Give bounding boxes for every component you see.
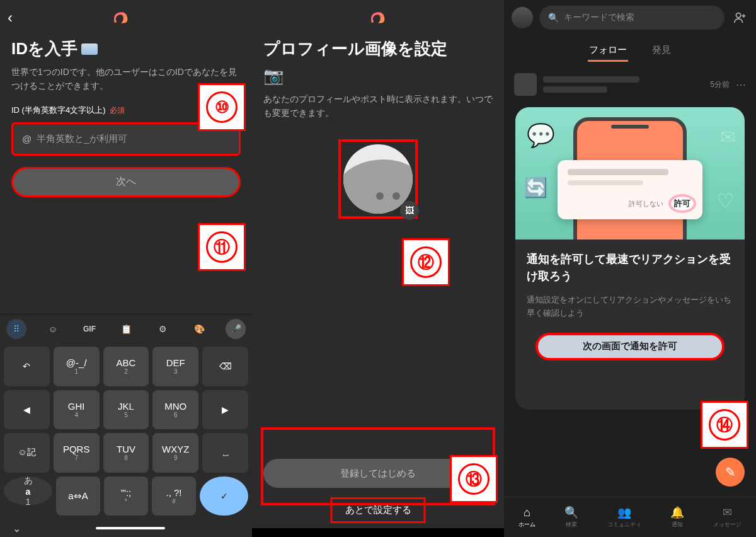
post-preview-lines [543,76,704,93]
avatar-placeholder [343,144,413,214]
card-title: 通知を許可して最速でリアクションを受け取ろう [527,251,733,285]
app-logo-icon [367,7,389,28]
annotation-10: ⑩ [198,83,246,131]
message-icon: ✉ [721,505,735,519]
tab-community[interactable]: 👥コミュニティ [607,505,641,529]
gear-icon[interactable]: ⚙ [152,319,173,339]
clipboard-icon[interactable]: 📋 [116,319,136,339]
search-icon: 🔍 [564,505,578,519]
key-left[interactable]: ◀ [4,390,50,430]
svg-point-0 [736,13,741,18]
notification-permission-card: 💬 🔄 ✉ ♡ 許可しない 許可 通知を許可して最速でリアクションを受け取ろう … [515,107,745,410]
header: 🔍 キーワードで検索 [504,0,756,35]
popup-allow: 許可 [668,194,696,213]
search-icon: 🔍 [548,13,559,23]
annotation-12: ⑫ [402,238,450,286]
key-emoji[interactable]: ☺記 [4,433,50,473]
annotation-13: ⑬ [450,455,498,503]
compose-fab[interactable]: ✎ [716,458,745,487]
card-description: 通知設定をオンにしてリアクションやメッセージをいち早く確認しよう [527,294,733,320]
tab-search[interactable]: 🔍検索 [564,505,578,529]
avatar-upload[interactable]: 🖼 [338,139,418,219]
search-placeholder: キーワードで検索 [564,12,634,23]
mic-icon[interactable]: 🎤 [226,319,246,339]
soft-keyboard[interactable]: ⠿ ☺ GIF 📋 ⚙ 🎨 🎤 ↶ @-_/1 ABC2 DEF3 ⌫ ◀ GH… [0,314,252,537]
camera-icon: 📷 [263,66,493,86]
next-button[interactable]: 次へ [11,167,241,197]
add-person-icon[interactable] [731,9,748,26]
subtitle: あなたのプロフィールやポスト時に表示されます。いつでも変更できます。 [252,90,504,120]
permission-popup: 許可しない 許可 [558,160,702,219]
header [252,0,504,35]
key-2[interactable]: ABC2 [103,347,149,386]
key-shift[interactable]: a⇔A [56,476,100,516]
popup-deny: 許可しない [629,199,663,209]
allow-notifications-button[interactable]: 次の画面で通知を許可 [536,333,724,361]
page-title: IDを入手 [0,35,252,62]
key-undo[interactable]: ↶ [4,347,50,386]
key-6[interactable]: MNO6 [152,390,198,430]
post-avatar [514,73,537,96]
key-punct2[interactable]: ., ?!# [152,476,196,516]
id-card-icon [81,43,98,55]
pane-profile-image: プロフィール画像を設定 📷 あなたのプロフィールやポスト時に表示されます。いつで… [252,0,504,537]
feed-item[interactable]: 5分前 ⋯ [504,67,756,102]
annotation-14: ⑭ [701,401,748,449]
search-input[interactable]: 🔍 キーワードで検索 [539,6,724,30]
tab-follow[interactable]: フォロー [588,40,628,62]
community-icon: 👥 [617,505,631,519]
key-8[interactable]: TUV8 [103,433,149,473]
pane-feed-notif: 🔍 キーワードで検索 フォロー 発見 5分前 ⋯ 💬 🔄 ✉ ♡ 許可しない 許… [504,0,756,537]
key-3[interactable]: DEF3 [152,347,198,386]
key-4[interactable]: GHI4 [54,390,100,430]
card-illustration: 💬 🔄 ✉ ♡ 許可しない 許可 [515,107,745,240]
header: ‹ [0,0,252,35]
home-icon: ⌂ [520,505,534,519]
more-icon[interactable]: ⋯ [736,79,746,91]
key-lang[interactable]: あa1 [4,476,52,505]
required-badge: 必須 [110,106,125,115]
post-time: 5分前 [710,79,730,90]
key-5[interactable]: JKL5 [103,390,149,430]
tab-notifications[interactable]: 🔔通知 [670,505,684,529]
bottom-tabbar: ⌂ホーム 🔍検索 👥コミュニティ 🔔通知 ✉メッセージ [504,497,756,537]
tab-home[interactable]: ⌂ホーム [518,505,536,529]
bell-icon: 🔔 [670,505,684,519]
feed-tabs: フォロー 発見 [504,35,756,67]
key-1[interactable]: @-_/1 [54,347,100,386]
app-logo-icon [110,7,132,28]
key-space[interactable]: ⎵ [202,433,248,473]
key-7[interactable]: PQRS7 [54,433,100,473]
id-placeholder: 半角英数と_が利用可 [37,133,127,145]
key-9[interactable]: WXYZ9 [152,433,198,473]
page-title: プロフィール画像を設定 [252,35,504,62]
key-enter[interactable]: ✓ [200,476,248,516]
add-photo-icon[interactable]: 🖼 [400,201,419,220]
sticker-icon[interactable]: ☺ [43,319,63,339]
key-right[interactable]: ▶ [202,390,248,430]
gif-icon[interactable]: GIF [79,319,100,339]
pane-id-setup: ‹ IDを入手 世界で1つのIDです。他のユーザーはこのIDであなたを見つけるこ… [0,0,252,537]
key-punct1[interactable]: '":;* [104,476,148,516]
tab-messages[interactable]: ✉メッセージ [713,505,742,529]
keyboard-toolbar: ⠿ ☺ GIF 📋 ⚙ 🎨 🎤 [0,314,252,343]
annotation-11: ⑪ [198,223,246,271]
title-text: IDを入手 [11,38,77,60]
back-icon[interactable]: ‹ [8,9,13,26]
set-later-button[interactable]: あとで設定する [331,497,426,523]
key-backspace[interactable]: ⌫ [202,347,248,386]
grid-icon[interactable]: ⠿ [6,319,26,339]
palette-icon[interactable]: 🎨 [189,319,209,339]
user-avatar[interactable] [512,7,533,28]
tab-discover[interactable]: 発見 [651,40,672,62]
at-prefix: @ [22,134,32,144]
